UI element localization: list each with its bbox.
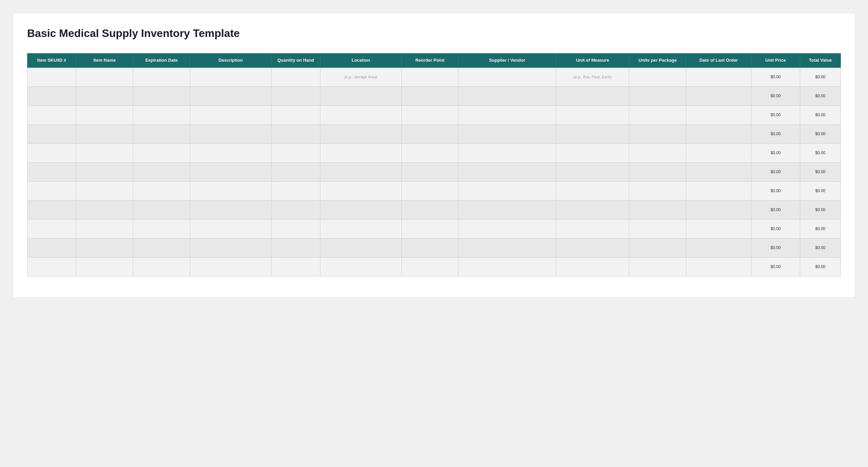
cell-unit-of-measure[interactable] — [556, 86, 629, 105]
cell-supplier-vendor[interactable] — [458, 124, 556, 143]
cell-expiration-date[interactable] — [133, 200, 190, 219]
cell-unit-price[interactable]: $0.00 — [751, 200, 800, 219]
cell-date-of-last-order[interactable] — [686, 181, 751, 200]
cell-sku[interactable] — [27, 86, 76, 105]
cell-unit-price[interactable]: $0.00 — [751, 162, 800, 181]
cell-date-of-last-order[interactable] — [686, 238, 751, 257]
cell-unit-of-measure[interactable] — [556, 143, 629, 162]
cell-sku[interactable] — [27, 200, 76, 219]
cell-description[interactable] — [190, 200, 271, 219]
cell-sku[interactable] — [27, 124, 76, 143]
cell-units-per-package[interactable] — [629, 238, 686, 257]
cell-location[interactable] — [320, 105, 401, 124]
cell-expiration-date[interactable] — [133, 105, 190, 124]
cell-date-of-last-order[interactable] — [686, 257, 751, 276]
cell-date-of-last-order[interactable] — [686, 200, 751, 219]
cell-unit-price[interactable]: $0.00 — [751, 67, 800, 86]
cell-units-per-package[interactable] — [629, 67, 686, 86]
cell-quantity-on-hand[interactable] — [271, 238, 320, 257]
cell-item-name[interactable] — [76, 86, 133, 105]
cell-expiration-date[interactable] — [133, 257, 190, 276]
cell-sku[interactable] — [27, 143, 76, 162]
cell-description[interactable] — [190, 257, 271, 276]
cell-quantity-on-hand[interactable] — [271, 105, 320, 124]
cell-quantity-on-hand[interactable] — [271, 67, 320, 86]
cell-total-value[interactable]: $0.00 — [800, 257, 841, 276]
cell-total-value[interactable]: $0.00 — [800, 124, 841, 143]
cell-item-name[interactable] — [76, 257, 133, 276]
cell-quantity-on-hand[interactable] — [271, 181, 320, 200]
cell-location[interactable] — [320, 238, 401, 257]
cell-expiration-date[interactable] — [133, 67, 190, 86]
cell-unit-of-measure[interactable] — [556, 219, 629, 238]
cell-unit-of-measure[interactable] — [556, 257, 629, 276]
cell-unit-of-measure[interactable] — [556, 162, 629, 181]
cell-expiration-date[interactable] — [133, 86, 190, 105]
cell-sku[interactable] — [27, 257, 76, 276]
cell-units-per-package[interactable] — [629, 124, 686, 143]
cell-unit-price[interactable]: $0.00 — [751, 143, 800, 162]
cell-supplier-vendor[interactable] — [458, 219, 556, 238]
cell-unit-of-measure[interactable] — [556, 200, 629, 219]
cell-reorder-point[interactable] — [401, 124, 458, 143]
cell-location[interactable] — [320, 219, 401, 238]
cell-location[interactable] — [320, 257, 401, 276]
cell-reorder-point[interactable] — [401, 219, 458, 238]
cell-location[interactable] — [320, 143, 401, 162]
cell-unit-of-measure[interactable] — [556, 124, 629, 143]
cell-units-per-package[interactable] — [629, 86, 686, 105]
cell-unit-of-measure[interactable] — [556, 105, 629, 124]
cell-total-value[interactable]: $0.00 — [800, 219, 841, 238]
cell-expiration-date[interactable] — [133, 219, 190, 238]
cell-units-per-package[interactable] — [629, 162, 686, 181]
cell-description[interactable] — [190, 143, 271, 162]
cell-unit-price[interactable]: $0.00 — [751, 219, 800, 238]
cell-reorder-point[interactable] — [401, 143, 458, 162]
cell-expiration-date[interactable] — [133, 181, 190, 200]
cell-units-per-package[interactable] — [629, 219, 686, 238]
cell-date-of-last-order[interactable] — [686, 124, 751, 143]
cell-item-name[interactable] — [76, 181, 133, 200]
cell-reorder-point[interactable] — [401, 257, 458, 276]
cell-item-name[interactable] — [76, 238, 133, 257]
cell-location[interactable] — [320, 124, 401, 143]
cell-unit-price[interactable]: $0.00 — [751, 181, 800, 200]
cell-item-name[interactable] — [76, 200, 133, 219]
cell-total-value[interactable]: $0.00 — [800, 86, 841, 105]
cell-reorder-point[interactable] — [401, 200, 458, 219]
cell-description[interactable] — [190, 105, 271, 124]
cell-date-of-last-order[interactable] — [686, 219, 751, 238]
cell-item-name[interactable] — [76, 124, 133, 143]
cell-description[interactable] — [190, 219, 271, 238]
cell-units-per-package[interactable] — [629, 257, 686, 276]
cell-supplier-vendor[interactable] — [458, 257, 556, 276]
cell-item-name[interactable] — [76, 143, 133, 162]
cell-reorder-point[interactable] — [401, 105, 458, 124]
cell-quantity-on-hand[interactable] — [271, 143, 320, 162]
cell-reorder-point[interactable] — [401, 86, 458, 105]
cell-supplier-vendor[interactable] — [458, 181, 556, 200]
cell-reorder-point[interactable] — [401, 67, 458, 86]
cell-location[interactable] — [320, 200, 401, 219]
cell-item-name[interactable] — [76, 105, 133, 124]
cell-supplier-vendor[interactable] — [458, 67, 556, 86]
cell-total-value[interactable]: $0.00 — [800, 181, 841, 200]
cell-supplier-vendor[interactable] — [458, 105, 556, 124]
cell-supplier-vendor[interactable] — [458, 162, 556, 181]
cell-supplier-vendor[interactable] — [458, 143, 556, 162]
cell-location[interactable] — [320, 86, 401, 105]
cell-sku[interactable] — [27, 181, 76, 200]
cell-expiration-date[interactable] — [133, 143, 190, 162]
cell-unit-price[interactable]: $0.00 — [751, 257, 800, 276]
cell-unit-of-measure[interactable] — [556, 238, 629, 257]
cell-units-per-package[interactable] — [629, 200, 686, 219]
cell-reorder-point[interactable] — [401, 162, 458, 181]
cell-quantity-on-hand[interactable] — [271, 124, 320, 143]
cell-description[interactable] — [190, 67, 271, 86]
cell-sku[interactable] — [27, 219, 76, 238]
cell-location[interactable]: (e.g., Storage Area) — [320, 67, 401, 86]
cell-quantity-on-hand[interactable] — [271, 162, 320, 181]
cell-quantity-on-hand[interactable] — [271, 200, 320, 219]
cell-date-of-last-order[interactable] — [686, 143, 751, 162]
cell-quantity-on-hand[interactable] — [271, 219, 320, 238]
